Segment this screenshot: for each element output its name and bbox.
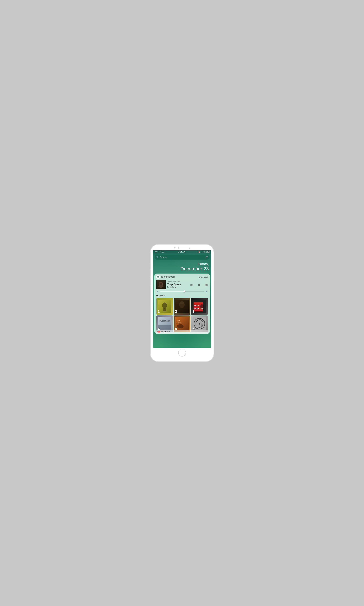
show-less-button[interactable]: Show Less — [199, 276, 208, 278]
volume-handle[interactable] — [183, 290, 185, 292]
svg-rect-4 — [159, 283, 162, 285]
front-camera — [174, 247, 176, 249]
date-display: Friday, December 23 — [153, 261, 211, 273]
device-label: Wave SoundTouch — [167, 281, 189, 283]
preset-2-number: 2 — [175, 309, 177, 314]
search-bar[interactable]: 🔍 Search 🎤 — [155, 254, 209, 260]
volume-up-icon: 🔊 — [205, 290, 208, 292]
wifi-icon: ▾ — [165, 251, 166, 253]
date-full: December 23 — [155, 266, 209, 272]
bottom-mini-widget: Fri NO EVENTS — [156, 330, 208, 334]
volume-up-button[interactable] — [150, 269, 150, 277]
svg-text:LOUD HAILER: LOUD HAILER — [196, 328, 204, 329]
album-art — [156, 280, 166, 289]
track-artist: Fetty Wap — [167, 286, 189, 288]
pause-button[interactable]: ⏸ — [197, 283, 201, 287]
svg-point-5 — [158, 285, 163, 288]
earpiece-speaker — [178, 247, 190, 249]
now-playing-row: Wave SoundTouch Trap Queen Fetty Wap ⏮ ⏸… — [156, 280, 208, 289]
track-info: Wave SoundTouch Trap Queen Fetty Wap — [167, 281, 189, 288]
presets-grid: 1 — [156, 298, 208, 332]
volume-slider[interactable] — [160, 291, 204, 291]
mini-text: NO EVENTS — [161, 331, 170, 333]
svg-rect-13 — [175, 304, 189, 309]
carrier-label: Verizon — [160, 251, 165, 253]
signal-dot-2 — [156, 251, 157, 252]
svg-text:JEFF BECK: JEFF BECK — [195, 319, 203, 320]
widget-app-name: SOUNDTOUCH — [161, 276, 175, 278]
playback-controls: ⏮ ⏸ ⏭ — [190, 283, 208, 287]
volume-down-button[interactable] — [150, 278, 150, 285]
mute-button[interactable] — [150, 263, 150, 268]
svg-point-25 — [177, 324, 184, 328]
svg-point-8 — [162, 303, 167, 309]
soundtouch-widget: SOUNDTOUCH Show Less — [154, 274, 210, 334]
soundtouch-app-icon — [156, 275, 160, 279]
power-button[interactable] — [214, 271, 214, 281]
track-title: Trap Queen — [167, 283, 189, 286]
signal-dot-3 — [157, 251, 158, 252]
album-art-image — [156, 280, 166, 289]
svg-text:Cyndi: Cyndi — [177, 320, 181, 321]
preset-1-number: 1 — [158, 309, 160, 314]
battery-percent: 86% — [202, 251, 206, 253]
svg-point-18 — [200, 304, 204, 308]
svg-text:PASSENGER: PASSENGER — [159, 320, 170, 322]
signal-strength — [155, 251, 159, 252]
volume-fill — [160, 291, 184, 291]
volume-down-icon: 🔈 — [156, 290, 159, 292]
preset-5[interactable]: Cyndi Lauper 5 — [174, 316, 190, 332]
location-icon: ➤ — [196, 251, 198, 253]
preset-4[interactable]: PASSENGER 4 — [156, 316, 173, 332]
home-button-wrap — [178, 348, 186, 358]
preset-6[interactable]: JEFF BECK LOUD HAILER 6 — [191, 316, 208, 332]
preset-3-number: 3 — [192, 309, 194, 314]
search-input[interactable]: Search — [160, 256, 204, 258]
status-bar: Verizon ▾ 10:21 AM ➤ ⏰ ✦ 86% — [153, 250, 211, 253]
clock-display: 10:21 AM — [178, 251, 185, 253]
microphone-icon[interactable]: 🎤 — [205, 256, 208, 258]
widget-header: SOUNDTOUCH Show Less — [156, 275, 208, 279]
search-icon: 🔍 — [156, 256, 159, 258]
mini-tag: Fri — [157, 331, 160, 332]
bluetooth-icon: ✦ — [201, 251, 202, 253]
status-right: ➤ ⏰ ✦ 86% — [196, 251, 209, 253]
phone-frame: Verizon ▾ 10:21 AM ➤ ⏰ ✦ 86% 🔍 Search 🎤 … — [150, 244, 214, 362]
next-button[interactable]: ⏭ — [205, 283, 208, 287]
phone-top-bar — [151, 245, 214, 249]
widget-title-row: SOUNDTOUCH — [156, 275, 175, 279]
status-left: Verizon ▾ — [155, 251, 166, 253]
svg-rect-24 — [175, 317, 189, 330]
alarm-icon: ⏰ — [198, 251, 200, 253]
phone-screen: Verizon ▾ 10:21 AM ➤ ⏰ ✦ 86% 🔍 Search 🎤 … — [153, 250, 211, 348]
battery-icon — [206, 251, 209, 253]
previous-button[interactable]: ⏮ — [190, 283, 193, 287]
volume-control: 🔈 🔊 — [156, 290, 208, 292]
signal-dot-1 — [155, 251, 156, 252]
svg-rect-9 — [163, 308, 166, 311]
presets-label: Presets — [156, 294, 208, 297]
preset-3[interactable]: DAVID GUETTA 3 — [191, 298, 208, 315]
svg-text:Lauper: Lauper — [177, 322, 182, 324]
home-button[interactable] — [178, 349, 186, 356]
date-day: Friday, — [155, 262, 209, 266]
svg-point-34 — [201, 323, 203, 327]
signal-dot-4 — [158, 251, 159, 252]
battery-fill — [207, 251, 208, 252]
preset-1[interactable]: 1 — [156, 298, 173, 315]
preset-2[interactable]: 2 — [174, 298, 190, 315]
svg-point-31 — [199, 323, 200, 325]
